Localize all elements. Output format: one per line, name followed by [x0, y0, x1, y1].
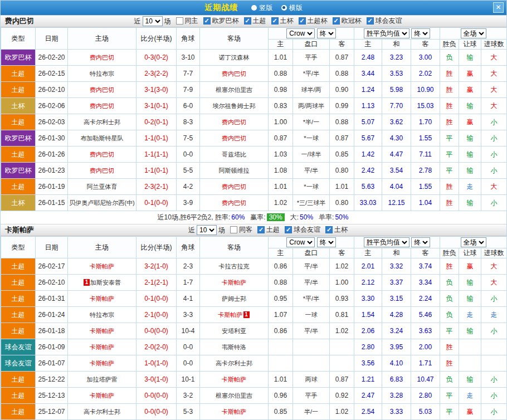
col-home: 主场: [68, 237, 136, 258]
mean-home: 1.24: [354, 82, 382, 98]
mean-stage-select[interactable]: 终: [411, 237, 430, 247]
match-date: 26-01-26: [36, 146, 68, 163]
mean-stage-select[interactable]: 终: [411, 28, 430, 38]
col-date: 日期: [36, 28, 68, 50]
checkbox-icon[interactable]: [244, 17, 251, 25]
match-count-select[interactable]: 10: [143, 16, 163, 26]
bookmaker-select[interactable]: Crow: [286, 237, 315, 247]
competition-badge: 土超: [1, 179, 36, 195]
checkbox-icon[interactable]: [299, 17, 306, 25]
handicap-odds-away: 0.93: [330, 291, 354, 307]
checkbox-icon[interactable]: [325, 226, 333, 233]
bookmaker-select[interactable]: Crow: [286, 28, 315, 38]
away-team: 高卡尔利士邦: [200, 355, 269, 372]
competition-badge: 土超: [1, 66, 36, 82]
result-goals: 大: [481, 66, 507, 82]
checkbox-icon[interactable]: [257, 226, 265, 233]
home-team: 卡斯帕萨: [68, 388, 136, 404]
result-outcome: 胜: [440, 355, 459, 372]
result-outcome: 负: [440, 291, 459, 307]
close-icon[interactable]: ✕: [493, 2, 504, 13]
match-score: 3-1(3-0): [136, 82, 177, 98]
handicap-odds-away: 0.88: [330, 114, 354, 130]
match-count-select[interactable]: 10: [197, 225, 217, 235]
result-group-header: 全场: [440, 237, 507, 248]
mean-home: 2.48: [354, 50, 382, 66]
radio-icon-horizontal[interactable]: [281, 5, 287, 11]
layout-option-vertical[interactable]: 竖版: [259, 4, 272, 12]
checkbox-icon[interactable]: [367, 17, 374, 25]
title-bar: 近期战绩 竖版 横版 ✕: [1, 1, 506, 15]
filter-checkbox[interactable]: 土超: [257, 225, 280, 235]
filter-checkbox[interactable]: 球会友谊: [285, 225, 320, 235]
filter-checkbox[interactable]: 土杯: [271, 16, 294, 26]
team-name-text: 卡斯帕萨: [90, 263, 114, 270]
col-away: 客场: [200, 28, 269, 50]
result-handicap: 输: [459, 98, 481, 114]
filter-checkbox[interactable]: 土超杯: [299, 16, 328, 26]
subcol-handicap-result: 让球: [459, 248, 481, 258]
mean-type-select[interactable]: 胜平负均值: [364, 28, 410, 38]
filter-checkbox[interactable]: 土超: [244, 16, 266, 26]
handicap-odds-home: 0.98: [269, 82, 293, 98]
filter-checkbox[interactable]: 同客: [230, 225, 252, 235]
filter-checkbox[interactable]: 欧冠杯: [333, 16, 362, 26]
handicap-odds-home: 0.85: [269, 404, 293, 420]
subcol-mean-away: 客: [411, 40, 440, 50]
handicap-line: 平手: [293, 50, 330, 66]
checkbox-icon[interactable]: [285, 226, 292, 233]
team-name-text: 阿斯顿维拉: [219, 167, 250, 174]
match-date: 26-01-24: [36, 307, 68, 323]
dialog-title: 近期战绩: [204, 3, 238, 13]
odds-stage-select[interactable]: 终: [317, 28, 336, 38]
handicap-odds-home: 0.86: [269, 323, 293, 339]
checkbox-icon[interactable]: [230, 226, 237, 233]
filter-checkbox[interactable]: 土杯: [325, 225, 348, 235]
red-card-badge: 1: [84, 279, 90, 286]
mean-away: 1.55: [411, 179, 440, 195]
handicap-line: [293, 355, 330, 372]
result-handicap: 输: [459, 195, 481, 211]
handicap-line: *平/半: [293, 66, 330, 82]
result-outcome: 平: [440, 146, 459, 163]
away-team: 萨姆士邦: [200, 291, 269, 307]
handicap-odds-home: 1.03: [269, 146, 293, 163]
filter-checkbox[interactable]: 同主: [176, 16, 198, 26]
handicap-line: *一球: [293, 130, 330, 146]
scope-select[interactable]: 全场: [461, 28, 486, 38]
home-team: 阿兰亚体育: [68, 179, 136, 195]
match-score: 2-3(2-2): [136, 66, 177, 82]
checkbox-icon[interactable]: [333, 17, 340, 25]
corner-score: 3-10: [177, 50, 200, 66]
match-row: 土超26-01-18卡斯帕萨0-0(0-0)10-4安塔利亚0.86平/半1.0…: [1, 323, 507, 339]
home-team: 1加斯安泰普: [68, 275, 136, 291]
team-name-text: 高卡尔利士邦: [84, 408, 120, 415]
radio-icon-vertical[interactable]: [251, 5, 257, 11]
match-row: 土超25-12-13卡斯帕萨0-0(0-0)3-2根塞尔伯里吉0.96平手0.9…: [1, 388, 507, 404]
checkbox-icon[interactable]: [271, 17, 279, 25]
scope-select[interactable]: 全场: [461, 237, 486, 247]
team-name-text: 高卡尔利士邦: [216, 360, 252, 367]
team-name-text: 费内巴切: [90, 54, 114, 61]
match-score: 3-2(1-0): [136, 258, 177, 275]
corner-score: 7-9: [177, 82, 200, 98]
handicap-odds-away: 0.92: [330, 388, 354, 404]
handicap-win-rate-label: 赢率:: [250, 213, 265, 221]
result-outcome: 胜: [440, 114, 459, 130]
checkbox-icon[interactable]: [203, 17, 211, 25]
filter-checkbox[interactable]: 球会友谊: [367, 16, 402, 26]
handicap-odds-away: 0.80: [330, 195, 354, 211]
layout-option-horizontal[interactable]: 横版: [289, 4, 303, 12]
mean-type-select[interactable]: 胜平负均值: [364, 237, 410, 247]
match-score: 1-0(1-0): [136, 355, 177, 372]
checkbox-icon[interactable]: [176, 17, 183, 25]
away-team: 卡斯帕萨: [200, 404, 269, 420]
team-name-text: 诺丁汉森林: [219, 54, 250, 61]
handicap-line: 平/半: [293, 275, 330, 291]
filter-checkbox[interactable]: 欧罗巴杯: [203, 16, 239, 26]
result-handicap: 输: [459, 372, 481, 388]
match-row: 欧罗巴杯26-01-23费内巴切1-1(0-1)5-5阿斯顿维拉1.08平/半0…: [1, 163, 507, 179]
odds-stage-select[interactable]: 终: [317, 237, 336, 247]
team-name-text: 卡斯帕萨: [90, 360, 114, 367]
match-row: 土超26-01-24特拉布宗2-1(0-0)3-3卡斯帕萨11.07一球0.81…: [1, 307, 507, 323]
